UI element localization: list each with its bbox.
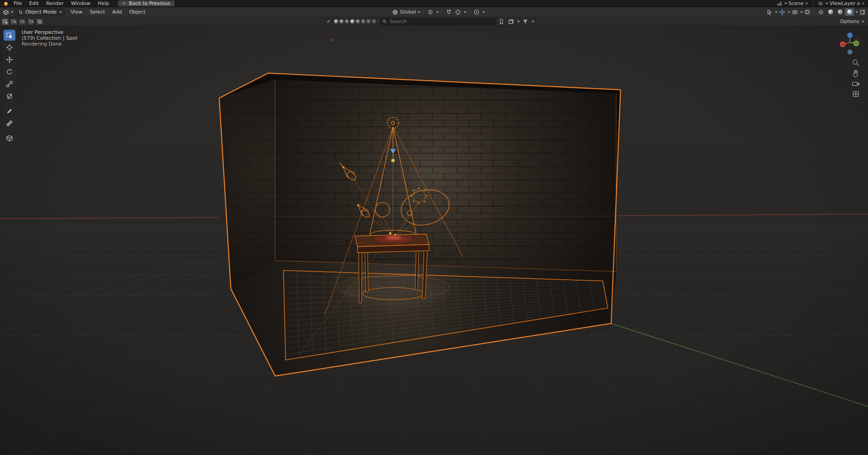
tool-settings-header: ✓ Options (0, 17, 868, 26)
bookmark-icon[interactable] (497, 18, 505, 26)
object-type-icon-6[interactable] (361, 19, 365, 23)
perspective-toggle-icon[interactable] (852, 90, 861, 99)
search-input[interactable] (380, 18, 496, 25)
shading-rendered-button[interactable] (845, 8, 854, 16)
chevron-down-icon (855, 11, 858, 13)
object-type-icon-2[interactable] (340, 19, 344, 23)
shading-material-button[interactable] (835, 8, 844, 16)
back-arrow-icon (122, 1, 127, 6)
mode-selector-label: Object Mode (25, 9, 57, 15)
zoom-icon[interactable] (852, 59, 861, 68)
menu-render[interactable]: Render (42, 0, 67, 7)
chevron-down-icon (11, 11, 14, 13)
navigation-gizmo[interactable]: X Y (837, 30, 863, 55)
object-type-icon-7[interactable] (367, 19, 371, 23)
transform-snap-cluster: Global (391, 7, 485, 17)
menu-help[interactable]: Help (94, 0, 113, 7)
gizmo-y-label: Y (855, 42, 858, 46)
viewlayer-selector[interactable]: ViewLayer ⊞ ✕ (816, 0, 866, 7)
select-mode-extend-icon[interactable] (10, 18, 18, 25)
chevron-down-icon (464, 11, 467, 13)
transform-orientation-label[interactable]: Global (400, 9, 416, 15)
menu-window[interactable]: Window (67, 0, 94, 7)
chevron-down-icon (59, 11, 62, 13)
viewport-toggles-cluster (765, 7, 867, 17)
viewlayer-remove-icon[interactable]: ✕ (861, 1, 865, 6)
panel-toggle-icon[interactable] (859, 8, 867, 16)
gizmo-x-label: X (842, 43, 844, 47)
separator (469, 9, 470, 15)
scene-name-label: Scene (788, 0, 804, 6)
snap-magnet-icon[interactable] (445, 8, 453, 16)
3d-viewport-canvas[interactable] (0, 26, 868, 455)
tool-measure[interactable] (4, 118, 15, 129)
chevron-down-icon (532, 21, 534, 23)
snap-settings-icon[interactable] (454, 8, 462, 16)
gizmo-z-axis[interactable] (847, 33, 853, 38)
xray-toggle-icon[interactable] (803, 8, 811, 16)
show-gizmo-icon[interactable] (778, 8, 786, 16)
gizmo-z-neg-axis[interactable] (848, 50, 853, 55)
options-label: Options (840, 19, 859, 24)
tool-select-box[interactable] (4, 30, 15, 41)
menu-file[interactable]: File (10, 0, 25, 7)
object-type-icon-3[interactable] (345, 19, 349, 23)
object-type-icon-5[interactable] (356, 19, 360, 23)
pan-hand-icon[interactable] (852, 69, 861, 78)
menu-edit[interactable]: Edit (25, 0, 42, 7)
collection-icon[interactable] (507, 18, 515, 26)
object-type-icon-1[interactable] (334, 19, 338, 23)
scene-unlink-icon[interactable]: ✕ (805, 1, 809, 6)
menu-add[interactable]: Add (108, 7, 125, 17)
tool-annotate[interactable] (4, 106, 15, 117)
mode-selector-dropdown[interactable]: Object Mode (15, 8, 65, 16)
tool-transform[interactable] (4, 91, 15, 102)
object-type-icon-8[interactable] (372, 19, 376, 23)
back-to-previous-button[interactable]: Back to Previous (118, 0, 174, 6)
viewport-header: Object Mode View Select Add Object Globa… (0, 7, 868, 17)
blender-logo-icon[interactable] (2, 0, 10, 8)
3d-viewport[interactable]: User Perspective (579) Collection | Spot… (0, 26, 868, 455)
menu-select[interactable]: Select (86, 7, 108, 17)
topbar-right-cluster: Scene ✕ ViewLayer ⊞ ✕ (775, 0, 866, 7)
object-mode-icon (19, 9, 24, 14)
select-mode-options (0, 18, 43, 25)
shading-solid-button[interactable] (826, 8, 835, 16)
tabletop-hotspot (386, 236, 401, 240)
select-mode-subtract-icon[interactable] (19, 18, 26, 25)
menu-object[interactable]: Object (126, 7, 149, 17)
tool-add-cube[interactable] (4, 133, 15, 144)
separator (442, 9, 442, 15)
viewlayer-add-icon[interactable]: ⊞ (857, 1, 860, 6)
select-mode-invert-icon[interactable] (27, 18, 35, 25)
proportional-editing-icon[interactable] (472, 8, 481, 16)
menu-view[interactable]: View (67, 7, 86, 17)
viewlayer-name-label: ViewLayer (830, 0, 855, 6)
search-icon (382, 19, 387, 24)
filter-search-cluster: ✓ (325, 17, 534, 26)
tool-rotate[interactable] (4, 66, 15, 77)
back-to-previous-label: Back to Previous (129, 0, 170, 6)
select-mode-intersect-icon[interactable] (36, 18, 43, 25)
chevron-down-icon (800, 11, 803, 13)
camera-view-icon[interactable] (852, 80, 861, 89)
room-object[interactable] (219, 73, 621, 376)
show-overlays-icon[interactable] (791, 8, 799, 16)
filter-funnel-icon[interactable] (521, 18, 529, 26)
options-dropdown[interactable]: Options (840, 17, 864, 26)
editor-type-button[interactable] (2, 8, 10, 16)
selectability-icon[interactable] (765, 8, 774, 16)
scene-selector[interactable]: Scene ✕ (775, 0, 810, 7)
tool-scale[interactable] (4, 79, 15, 89)
object-type-icon-4[interactable] (350, 19, 354, 23)
chevron-down-icon (826, 3, 828, 5)
pivot-point-icon[interactable] (426, 8, 434, 16)
select-mode-set-icon[interactable] (1, 18, 9, 25)
orientation-globe-icon[interactable] (391, 8, 399, 16)
search-field-wrap (380, 18, 496, 25)
tool-3d-cursor[interactable] (4, 42, 15, 53)
chevron-down-icon (436, 11, 439, 13)
shading-wireframe-button[interactable] (816, 8, 826, 16)
check-icon[interactable]: ✓ (325, 18, 333, 26)
tool-move[interactable] (4, 54, 15, 65)
